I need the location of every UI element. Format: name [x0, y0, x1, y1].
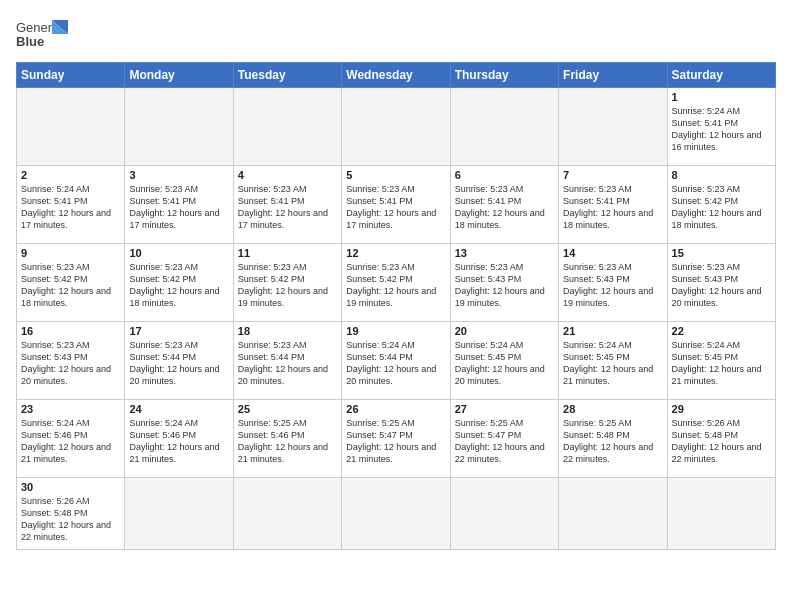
day-info: Sunrise: 5:23 AMSunset: 5:43 PMDaylight:…: [455, 261, 554, 310]
header-thursday: Thursday: [450, 63, 558, 88]
day-info: Sunrise: 5:24 AMSunset: 5:41 PMDaylight:…: [672, 105, 771, 154]
day-number: 21: [563, 325, 662, 337]
svg-text:Blue: Blue: [16, 34, 44, 49]
calendar-cell: 25Sunrise: 5:25 AMSunset: 5:46 PMDayligh…: [233, 400, 341, 478]
calendar-week-row: 2Sunrise: 5:24 AMSunset: 5:41 PMDaylight…: [17, 166, 776, 244]
header-friday: Friday: [559, 63, 667, 88]
day-info: Sunrise: 5:26 AMSunset: 5:48 PMDaylight:…: [21, 495, 120, 544]
header-sunday: Sunday: [17, 63, 125, 88]
day-info: Sunrise: 5:25 AMSunset: 5:47 PMDaylight:…: [455, 417, 554, 466]
page: General Blue Sunday Monday Tuesday Wedne…: [0, 0, 792, 612]
calendar-week-row: 9Sunrise: 5:23 AMSunset: 5:42 PMDaylight…: [17, 244, 776, 322]
calendar-cell: [559, 478, 667, 550]
header-saturday: Saturday: [667, 63, 775, 88]
day-number: 24: [129, 403, 228, 415]
calendar-cell: [17, 88, 125, 166]
calendar-cell: 6Sunrise: 5:23 AMSunset: 5:41 PMDaylight…: [450, 166, 558, 244]
calendar-cell: 10Sunrise: 5:23 AMSunset: 5:42 PMDayligh…: [125, 244, 233, 322]
day-number: 4: [238, 169, 337, 181]
calendar-cell: 15Sunrise: 5:23 AMSunset: 5:43 PMDayligh…: [667, 244, 775, 322]
day-number: 19: [346, 325, 445, 337]
day-info: Sunrise: 5:23 AMSunset: 5:41 PMDaylight:…: [346, 183, 445, 232]
day-info: Sunrise: 5:25 AMSunset: 5:47 PMDaylight:…: [346, 417, 445, 466]
calendar-cell: 3Sunrise: 5:23 AMSunset: 5:41 PMDaylight…: [125, 166, 233, 244]
calendar-cell: 27Sunrise: 5:25 AMSunset: 5:47 PMDayligh…: [450, 400, 558, 478]
day-info: Sunrise: 5:24 AMSunset: 5:41 PMDaylight:…: [21, 183, 120, 232]
calendar-cell: 11Sunrise: 5:23 AMSunset: 5:42 PMDayligh…: [233, 244, 341, 322]
calendar-cell: 23Sunrise: 5:24 AMSunset: 5:46 PMDayligh…: [17, 400, 125, 478]
calendar-cell: 16Sunrise: 5:23 AMSunset: 5:43 PMDayligh…: [17, 322, 125, 400]
calendar-week-row: 1Sunrise: 5:24 AMSunset: 5:41 PMDaylight…: [17, 88, 776, 166]
logo: General Blue: [16, 16, 68, 54]
calendar-cell: [125, 478, 233, 550]
day-info: Sunrise: 5:23 AMSunset: 5:42 PMDaylight:…: [129, 261, 228, 310]
day-number: 25: [238, 403, 337, 415]
day-number: 17: [129, 325, 228, 337]
day-info: Sunrise: 5:23 AMSunset: 5:44 PMDaylight:…: [238, 339, 337, 388]
day-info: Sunrise: 5:23 AMSunset: 5:42 PMDaylight:…: [672, 183, 771, 232]
calendar-cell: 28Sunrise: 5:25 AMSunset: 5:48 PMDayligh…: [559, 400, 667, 478]
calendar-cell: 18Sunrise: 5:23 AMSunset: 5:44 PMDayligh…: [233, 322, 341, 400]
calendar-week-row: 30Sunrise: 5:26 AMSunset: 5:48 PMDayligh…: [17, 478, 776, 550]
day-number: 15: [672, 247, 771, 259]
day-number: 22: [672, 325, 771, 337]
calendar-cell: 20Sunrise: 5:24 AMSunset: 5:45 PMDayligh…: [450, 322, 558, 400]
calendar-cell: 17Sunrise: 5:23 AMSunset: 5:44 PMDayligh…: [125, 322, 233, 400]
calendar-cell: [667, 478, 775, 550]
day-info: Sunrise: 5:23 AMSunset: 5:42 PMDaylight:…: [21, 261, 120, 310]
day-info: Sunrise: 5:25 AMSunset: 5:48 PMDaylight:…: [563, 417, 662, 466]
calendar-cell: 5Sunrise: 5:23 AMSunset: 5:41 PMDaylight…: [342, 166, 450, 244]
calendar-table: Sunday Monday Tuesday Wednesday Thursday…: [16, 62, 776, 550]
header-wednesday: Wednesday: [342, 63, 450, 88]
day-number: 18: [238, 325, 337, 337]
calendar-cell: 8Sunrise: 5:23 AMSunset: 5:42 PMDaylight…: [667, 166, 775, 244]
day-number: 23: [21, 403, 120, 415]
day-info: Sunrise: 5:23 AMSunset: 5:42 PMDaylight:…: [238, 261, 337, 310]
calendar-cell: [450, 88, 558, 166]
calendar-cell: [559, 88, 667, 166]
day-number: 16: [21, 325, 120, 337]
day-number: 2: [21, 169, 120, 181]
calendar-cell: 9Sunrise: 5:23 AMSunset: 5:42 PMDaylight…: [17, 244, 125, 322]
calendar-week-row: 16Sunrise: 5:23 AMSunset: 5:43 PMDayligh…: [17, 322, 776, 400]
day-number: 27: [455, 403, 554, 415]
day-info: Sunrise: 5:26 AMSunset: 5:48 PMDaylight:…: [672, 417, 771, 466]
day-number: 14: [563, 247, 662, 259]
day-number: 13: [455, 247, 554, 259]
calendar-cell: [450, 478, 558, 550]
day-number: 20: [455, 325, 554, 337]
day-number: 9: [21, 247, 120, 259]
calendar-cell: 1Sunrise: 5:24 AMSunset: 5:41 PMDaylight…: [667, 88, 775, 166]
header-monday: Monday: [125, 63, 233, 88]
calendar-cell: [125, 88, 233, 166]
day-number: 3: [129, 169, 228, 181]
calendar-cell: 30Sunrise: 5:26 AMSunset: 5:48 PMDayligh…: [17, 478, 125, 550]
day-info: Sunrise: 5:24 AMSunset: 5:45 PMDaylight:…: [563, 339, 662, 388]
day-info: Sunrise: 5:23 AMSunset: 5:44 PMDaylight:…: [129, 339, 228, 388]
calendar-cell: 12Sunrise: 5:23 AMSunset: 5:42 PMDayligh…: [342, 244, 450, 322]
logo-icon: General Blue: [16, 16, 68, 54]
calendar-cell: 29Sunrise: 5:26 AMSunset: 5:48 PMDayligh…: [667, 400, 775, 478]
day-info: Sunrise: 5:24 AMSunset: 5:46 PMDaylight:…: [21, 417, 120, 466]
weekday-header-row: Sunday Monday Tuesday Wednesday Thursday…: [17, 63, 776, 88]
day-info: Sunrise: 5:24 AMSunset: 5:44 PMDaylight:…: [346, 339, 445, 388]
day-number: 10: [129, 247, 228, 259]
day-info: Sunrise: 5:23 AMSunset: 5:42 PMDaylight:…: [346, 261, 445, 310]
calendar-cell: 13Sunrise: 5:23 AMSunset: 5:43 PMDayligh…: [450, 244, 558, 322]
day-info: Sunrise: 5:24 AMSunset: 5:45 PMDaylight:…: [672, 339, 771, 388]
day-info: Sunrise: 5:23 AMSunset: 5:43 PMDaylight:…: [672, 261, 771, 310]
day-number: 5: [346, 169, 445, 181]
calendar-cell: 14Sunrise: 5:23 AMSunset: 5:43 PMDayligh…: [559, 244, 667, 322]
calendar-cell: 2Sunrise: 5:24 AMSunset: 5:41 PMDaylight…: [17, 166, 125, 244]
calendar-cell: 24Sunrise: 5:24 AMSunset: 5:46 PMDayligh…: [125, 400, 233, 478]
day-number: 11: [238, 247, 337, 259]
day-number: 30: [21, 481, 120, 493]
calendar-week-row: 23Sunrise: 5:24 AMSunset: 5:46 PMDayligh…: [17, 400, 776, 478]
calendar-cell: 4Sunrise: 5:23 AMSunset: 5:41 PMDaylight…: [233, 166, 341, 244]
calendar-cell: 22Sunrise: 5:24 AMSunset: 5:45 PMDayligh…: [667, 322, 775, 400]
calendar-cell: [342, 478, 450, 550]
day-info: Sunrise: 5:23 AMSunset: 5:43 PMDaylight:…: [563, 261, 662, 310]
calendar-cell: 21Sunrise: 5:24 AMSunset: 5:45 PMDayligh…: [559, 322, 667, 400]
header: General Blue: [16, 16, 776, 54]
day-info: Sunrise: 5:25 AMSunset: 5:46 PMDaylight:…: [238, 417, 337, 466]
